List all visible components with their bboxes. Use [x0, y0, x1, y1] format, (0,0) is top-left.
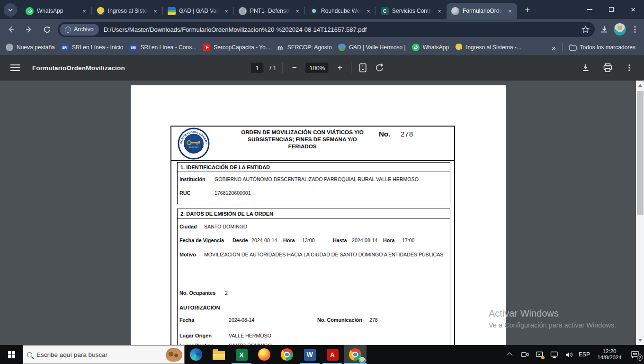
taskbar-clock[interactable]: 12:20 14/8/2024	[594, 348, 625, 361]
browser-menu-kebab-icon[interactable]	[631, 25, 639, 34]
document-title: ORDEN DE MOVILIZACIÓN CON VIÁTICOS Y/O S…	[221, 129, 384, 150]
notification-orange-dot	[541, 356, 545, 359]
window-minimize-button[interactable]	[579, 0, 600, 19]
tab-gad-valle[interactable]: GAD | GAD Valle ×	[163, 3, 233, 19]
bookmark-ingreso-sistema[interactable]: Ingreso al Sistema -...	[455, 44, 521, 51]
moodle-favicon-icon: m	[277, 44, 284, 51]
bookmark-sercopcapacita[interactable]: SercopCapacita - Yo...	[203, 44, 270, 51]
profile-avatar[interactable]	[614, 23, 626, 36]
comunicacion-value: 278	[369, 317, 378, 323]
vertical-scrollbar[interactable]	[636, 81, 644, 345]
scroll-down-arrow-icon[interactable]	[636, 337, 644, 344]
ciudad-label: Ciudad	[179, 224, 197, 229]
bookmark-sri-inicio[interactable]: SRI SRI en Línea - Inicio	[61, 44, 124, 51]
bookmark-label: Nueva pestaña	[17, 44, 55, 51]
tab-whatsapp[interactable]: WhatsApp ×	[21, 3, 91, 19]
tab-pnt-defensoria[interactable]: PNT1- Defensor ×	[234, 3, 304, 19]
taskbar-chrome-button[interactable]	[276, 345, 298, 364]
action-center-icon[interactable]: 2	[629, 348, 641, 361]
taskbar-chrome-active-button[interactable]	[344, 345, 367, 364]
lugar-origen-label: Lugar Origen	[179, 333, 212, 338]
taskbar-excel-button[interactable]: X	[230, 345, 253, 364]
start-button[interactable]	[0, 345, 23, 364]
tab-label: WhatsApp	[37, 8, 77, 14]
all-bookmarks-button[interactable]: Todos los marcadores	[569, 44, 635, 51]
bookmark-label: GAD | Valle Hermoso |	[349, 44, 406, 51]
sri-favicon-icon: SRI	[129, 44, 137, 51]
word-icon: W	[304, 349, 316, 361]
back-button[interactable]	[4, 22, 18, 36]
window-maximize-button[interactable]	[600, 0, 622, 19]
fit-to-page-icon[interactable]	[358, 63, 368, 73]
taskbar-file-explorer-button[interactable]	[207, 345, 230, 364]
bookmarks-right-group: » Todos los marcadores	[552, 43, 638, 52]
minimize-icon	[587, 9, 592, 9]
bookmark-sri-consultas[interactable]: SRI SRI en Línea - Cons...	[129, 44, 197, 51]
tab-roundcube[interactable]: Roundcube Web ×	[305, 3, 376, 19]
tab-ingreso-sistema[interactable]: Ingreso al Sistem ×	[92, 3, 162, 19]
bookmark-nueva-pestana[interactable]: Nueva pestaña	[6, 44, 55, 51]
page-total-label: / 1	[269, 64, 276, 72]
pdf-page: CONTRALORÍA GENERAL DEL ESTADO ECUADOR 0…	[131, 85, 506, 345]
tab-close-icon[interactable]: ×	[506, 7, 514, 15]
forward-button[interactable]	[22, 22, 36, 36]
volume-icon[interactable]	[564, 348, 574, 361]
file-scheme-chip[interactable]: i Archivo	[60, 24, 99, 36]
meet-now-camera-icon[interactable]	[520, 348, 530, 361]
bookmark-sercop-agosto[interactable]: m SERCOP: Agosto	[277, 44, 332, 51]
tab-close-icon[interactable]: ×	[365, 7, 372, 15]
crest-favicon-icon	[338, 44, 346, 51]
ruc-label: RUC	[179, 190, 190, 196]
taskbar-search-box[interactable]: Escribe aquí para buscar	[23, 345, 185, 364]
hidden-icons-chevron-icon[interactable]	[505, 348, 516, 361]
tab-close-icon[interactable]: ×	[80, 7, 88, 15]
zoom-out-button[interactable]: −	[289, 63, 300, 73]
fecha-label: Fecha	[179, 317, 194, 323]
contraloria-seal-logo: CONTRALORÍA GENERAL DEL ESTADO ECUADOR 0…	[178, 127, 210, 160]
url-text[interactable]: D:/Users/Master/Downloads/FormularioOrde…	[104, 26, 581, 33]
bookmarks-overflow-chevron-icon[interactable]: »	[552, 44, 555, 52]
taskbar-edge-button[interactable]	[185, 345, 207, 364]
pdf-download-icon[interactable]	[581, 63, 590, 73]
lugar-origen-value: VALLE HERMOSO	[229, 333, 271, 338]
browser-toolbar: i Archivo D:/Users/Master/Downloads/Form…	[0, 19, 644, 40]
reload-icon	[43, 25, 52, 34]
bookmark-whatsapp[interactable]: WhatsApp	[412, 44, 449, 51]
tab-servicios-contratacion[interactable]: C Servicios Contra ×	[376, 3, 447, 19]
print-icon[interactable]	[603, 63, 613, 73]
pdf-menu-hamburger-icon[interactable]	[10, 64, 20, 71]
tab-close-icon[interactable]: ×	[223, 7, 230, 15]
search-highlight-lizard-image[interactable]	[166, 348, 182, 362]
download-icon[interactable]	[599, 25, 609, 34]
bookmark-star-icon[interactable]	[581, 25, 590, 34]
network-icon[interactable]	[549, 348, 560, 361]
reload-button[interactable]	[40, 22, 54, 36]
scroll-up-arrow-icon[interactable]	[636, 82, 644, 89]
address-bar[interactable]: i Archivo D:/Users/Master/Downloads/Form…	[58, 22, 595, 37]
tab-close-icon[interactable]: ×	[294, 7, 301, 15]
desde-label: Desde	[233, 237, 248, 243]
pdf-toolbar-divider	[351, 63, 352, 73]
bookmark-gad-valle-hermoso[interactable]: GAD | Valle Hermoso |	[338, 44, 406, 51]
language-indicator[interactable]: ESP	[579, 351, 590, 358]
update-status-icon[interactable]	[535, 348, 545, 361]
taskbar-acrobat-button[interactable]: A	[321, 345, 344, 364]
scrollbar-thumb[interactable]	[637, 91, 644, 215]
zoom-level-input[interactable]: 100%	[306, 63, 329, 73]
zoom-in-button[interactable]: +	[335, 63, 345, 73]
tab-formulario-orden-active[interactable]: FormularioOrde ×	[447, 3, 517, 19]
rotate-icon[interactable]	[375, 63, 385, 73]
taskbar-firefox-button[interactable]	[253, 345, 276, 364]
hora1-value: 13:00	[302, 237, 315, 243]
new-tab-button[interactable]: +	[521, 3, 534, 17]
system-tray: ESP 12:20 14/8/2024 2	[505, 345, 644, 364]
window-close-button[interactable]: ×	[622, 0, 644, 19]
page-number-input[interactable]: 1	[251, 63, 263, 73]
tab-search-button[interactable]	[4, 3, 17, 17]
taskbar-word-button[interactable]: W	[298, 345, 321, 364]
tab-close-icon[interactable]: ×	[436, 7, 443, 15]
browser-tab-strip: WhatsApp × Ingreso al Sistem × GAD | GAD…	[0, 0, 644, 19]
tab-close-icon[interactable]: ×	[152, 7, 159, 15]
pdf-menu-kebab-icon[interactable]	[625, 64, 634, 72]
watermark-subtitle: Ve a Configuración para activar Windows.	[489, 321, 616, 329]
